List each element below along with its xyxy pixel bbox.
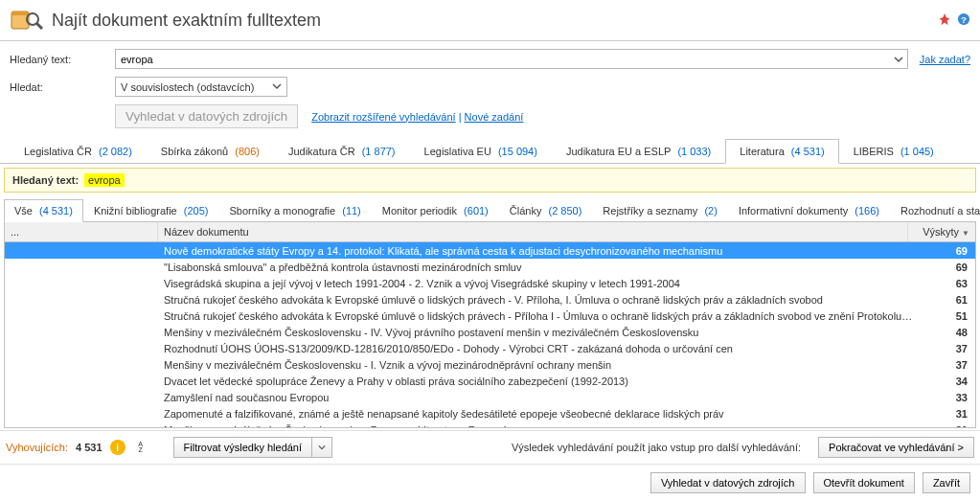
banner-prefix: Hledaný text: — [12, 174, 79, 186]
tab-literatura[interactable]: Literatura (4 531) — [725, 139, 838, 164]
table-row[interactable]: Nově demokratické státy Evropy a 14. pro… — [5, 242, 975, 259]
help-icon[interactable]: ? — [957, 12, 970, 28]
how-to-enter-link[interactable]: Jak zadat? — [920, 54, 970, 65]
tab-legislativa-eu[interactable]: Legislativa EU (15 094) — [410, 139, 552, 164]
table-row[interactable]: Menšiny v meziválečném Československu - … — [5, 421, 975, 427]
tab-judikatura-eu-a-eslp[interactable]: Judikatura EU a ESLP (1 033) — [552, 139, 725, 164]
tab-judikatura-r[interactable]: Judikatura ČR (1 877) — [274, 139, 410, 164]
cell-occurrences: 51 — [920, 310, 975, 322]
subtab-label: Rejstříky a seznamy — [603, 205, 697, 216]
subtab[interactable]: Rejstříky a seznamy (2) — [592, 199, 728, 222]
table-row[interactable]: Stručná rukojeť českého advokáta k Evrop… — [5, 291, 975, 307]
cell-occurrences: 31 — [920, 424, 975, 428]
subtab-count: (4 531) — [36, 205, 73, 216]
search-in-select[interactable]: V souvislostech (odstavcích) — [115, 77, 287, 97]
chevron-down-icon — [272, 81, 282, 93]
table-row[interactable]: Menšiny v meziválečném Československu - … — [5, 356, 975, 373]
open-document-button[interactable]: Otevřít dokument — [813, 472, 915, 493]
footer: Vyhledat v datových zdrojích Otevřít dok… — [0, 464, 980, 501]
col-document-name[interactable]: Název dokumentu — [158, 222, 908, 241]
sort-az-icon[interactable]: AZ — [133, 440, 148, 455]
subtab[interactable]: Sborníky a monografie (11) — [218, 199, 371, 222]
cell-document-name: Nově demokratické státy Evropy a 14. pro… — [158, 245, 920, 257]
cell-occurrences: 34 — [920, 376, 975, 387]
filter-results-main[interactable]: Filtrovat výsledky hledání — [173, 437, 312, 458]
tab-count: (1 033) — [674, 146, 711, 157]
matching-count: 4 531 — [76, 442, 103, 453]
advanced-search-link[interactable]: Zobrazit rozšířené vyhledávání — [311, 111, 455, 123]
svg-text:?: ? — [961, 14, 967, 25]
subtab-count: (601) — [461, 205, 489, 216]
tab-sb-rka-z-kon-[interactable]: Sbírka zákonů (806) — [147, 139, 274, 164]
table-row[interactable]: "Lisabonská smlouva" a předběžná kontrol… — [5, 259, 975, 275]
svg-rect-1 — [11, 11, 29, 15]
cell-occurrences: 69 — [920, 262, 975, 273]
svg-line-3 — [36, 23, 42, 29]
col-indicator[interactable]: ... — [5, 222, 158, 241]
subtab[interactable]: Knižní bibliografie (205) — [83, 199, 219, 222]
cell-document-name: Menšiny v meziválečném Československu - … — [158, 424, 920, 428]
tab-label: Legislativa EU — [424, 146, 491, 157]
search-in-value: V souvislostech (odstavcích) — [121, 81, 254, 93]
search-sources-button[interactable]: Vyhledat v datových zdrojích — [650, 472, 806, 493]
cell-document-name: Dvacet let vědecké spolupráce Ženevy a P… — [158, 376, 920, 387]
subtab-label: Rozhodnutí a stanoviska správních orgánů — [900, 205, 980, 216]
col-occurrences[interactable]: Výskyty▼ — [908, 222, 975, 241]
subtab[interactable]: Monitor periodik (601) — [372, 199, 499, 222]
table-row[interactable]: Rozhodnutí ÚOHS ÚOHS-S13/2009/KD-12816/2… — [5, 340, 975, 356]
cell-document-name: Menšiny v meziválečném Československu - … — [158, 327, 920, 338]
subtab-label: Monitor periodik — [382, 205, 457, 216]
cell-document-name: Zapomenuté a falzifikované, známé a ješt… — [158, 408, 920, 420]
table-row[interactable]: Dvacet let vědecké spolupráce Ženevy a P… — [5, 373, 975, 389]
subtab[interactable]: Články (2 850) — [499, 199, 593, 222]
searched-text-label: Hledaný text: — [10, 54, 115, 65]
table-row[interactable]: Menšiny v meziválečném Československu - … — [5, 324, 975, 340]
cell-occurrences: 37 — [920, 359, 975, 371]
matching-label: Vyhovujících: — [6, 442, 68, 453]
cell-document-name: Menšiny v meziválečném Československu - … — [158, 359, 920, 371]
status-bar: Vyhovujících: 4 531 i AZ Filtrovat výsle… — [0, 430, 980, 464]
results-grid: ... Název dokumentu Výskyty▼ Nově demokr… — [4, 222, 976, 428]
pin-icon[interactable] — [938, 12, 951, 28]
search-sources-button: Vyhledat v datových zdrojích — [115, 104, 298, 128]
tab-count: (806) — [232, 146, 260, 157]
search-input[interactable] — [115, 49, 908, 69]
cell-document-name: Rozhodnutí ÚOHS ÚOHS-S13/2009/KD-12816/2… — [158, 343, 920, 354]
subtab[interactable]: Vše (4 531) — [4, 199, 83, 222]
tab-label: Judikatura ČR — [288, 146, 355, 157]
chevron-down-icon[interactable] — [890, 50, 907, 68]
filter-results-button: Filtrovat výsledky hledání — [173, 437, 333, 458]
tab-count: (15 094) — [495, 146, 537, 157]
table-row[interactable]: Zamyšlení nad současnou Evropou33 — [5, 389, 975, 405]
tab-count: (4 531) — [788, 146, 825, 157]
subtab-label: Sborníky a monografie — [229, 205, 335, 216]
subtab-label: Vše — [14, 205, 33, 216]
tab-label: Literatura — [740, 146, 784, 157]
sort-desc-icon: ▼ — [962, 229, 969, 238]
search-binder-icon — [10, 6, 44, 34]
tab-legislativa-r[interactable]: Legislativa ČR (2 082) — [10, 139, 147, 164]
subtab-count: (11) — [339, 205, 361, 216]
continue-search-button[interactable]: Pokračovat ve vyhledávání > — [818, 437, 974, 458]
subtab[interactable]: Informativní dokumenty (166) — [728, 199, 890, 222]
tab-label: Judikatura EU a ESLP — [566, 146, 671, 157]
table-row[interactable]: Zapomenuté a falzifikované, známé a ješt… — [5, 405, 975, 421]
subtab[interactable]: Rozhodnutí a stanoviska správních orgánů… — [890, 199, 980, 222]
tab-label: Legislativa ČR — [24, 146, 92, 157]
cell-occurrences: 31 — [920, 408, 975, 420]
tab-count: (1 045) — [898, 146, 934, 157]
subtab-count: (2 850) — [545, 205, 581, 216]
filter-results-dropdown[interactable] — [311, 437, 332, 458]
cell-document-name: Zamyšlení nad současnou Evropou — [158, 392, 920, 403]
tab-liberis[interactable]: LIBERIS (1 045) — [839, 139, 948, 164]
table-row[interactable]: Stručná rukojeť českého advokáta k Evrop… — [5, 307, 975, 324]
close-button[interactable]: Zavřít — [923, 472, 970, 493]
subtab-label: Články — [510, 205, 542, 216]
subtab-count: (205) — [181, 205, 209, 216]
new-task-link[interactable]: Nové zadání — [465, 111, 524, 123]
main-tabs: Legislativa ČR (2 082)Sbírka zákonů (806… — [0, 138, 980, 164]
info-badge-icon[interactable]: i — [110, 440, 125, 455]
table-row[interactable]: Visegrádská skupina a její vývoj v letec… — [5, 275, 975, 291]
cell-occurrences: 61 — [920, 294, 975, 306]
subtab-label: Informativní dokumenty — [739, 205, 848, 216]
